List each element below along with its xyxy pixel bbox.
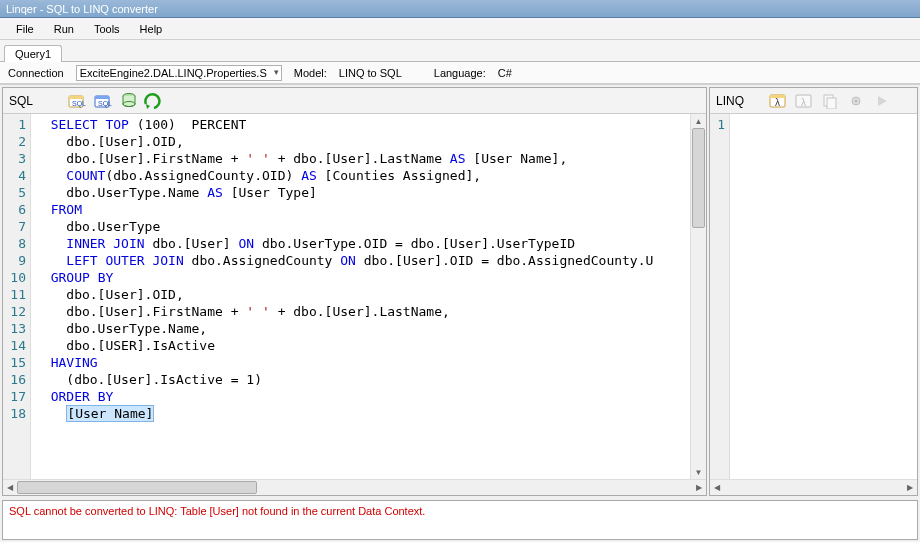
linq-pane: LINQ λ λ 1 ◀ ▶ (709, 87, 918, 496)
linq-gutter: 1 (710, 114, 730, 479)
sql-code-area[interactable]: SELECT TOP (100) PERCENT dbo.[User].OID,… (31, 114, 690, 479)
svg-rect-4 (95, 96, 109, 99)
language-value: C# (498, 67, 512, 79)
svg-text:λ: λ (801, 97, 806, 108)
model-value: LINQ to SQL (339, 67, 402, 79)
svg-text:λ: λ (775, 97, 780, 108)
database-icon[interactable] (117, 90, 141, 112)
sql-pane-label: SQL (7, 94, 35, 108)
model-label: Model: (294, 67, 327, 79)
menu-help[interactable]: Help (132, 21, 171, 37)
scroll-thumb[interactable] (692, 128, 705, 228)
run-arrow-icon[interactable] (143, 90, 167, 112)
connection-dropdown[interactable]: ExciteEngine2.DAL.LINQ.Properties.S (76, 65, 282, 81)
sql-toolbar: SQL SQL SQL (3, 88, 706, 114)
scroll-up-icon[interactable]: ▲ (691, 114, 706, 128)
sql-editor[interactable]: 123456789101112131415161718 SELECT TOP (… (3, 114, 706, 479)
svg-point-16 (855, 99, 858, 102)
linq-horizontal-scrollbar[interactable]: ◀ ▶ (710, 479, 917, 495)
sql-gutter: 123456789101112131415161718 (3, 114, 31, 479)
sql-pane: SQL SQL SQL 123456789101112131415161718 … (2, 87, 707, 496)
tab-query1[interactable]: Query1 (4, 45, 62, 62)
scroll-right-icon[interactable]: ▶ (903, 480, 917, 495)
sql-open-icon[interactable]: SQL (65, 90, 89, 112)
svg-rect-1 (69, 96, 83, 99)
svg-text:SQL: SQL (98, 100, 112, 108)
menu-tools[interactable]: Tools (86, 21, 128, 37)
lambda-save-icon[interactable]: λ (792, 90, 816, 112)
linq-code-area[interactable] (730, 114, 917, 479)
error-panel: SQL cannot be converted to LINQ: Table [… (2, 500, 918, 540)
scroll-left-icon[interactable]: ◀ (3, 480, 17, 495)
play-icon[interactable] (870, 90, 894, 112)
lambda-open-icon[interactable]: λ (766, 90, 790, 112)
menu-run[interactable]: Run (46, 21, 82, 37)
linq-toolbar: LINQ λ λ (710, 88, 917, 114)
svg-rect-14 (827, 98, 836, 109)
linq-pane-label: LINQ (714, 94, 746, 108)
scroll-down-icon[interactable]: ▼ (691, 465, 706, 479)
scroll-thumb-h[interactable] (17, 481, 257, 494)
linq-editor[interactable]: 1 (710, 114, 917, 479)
sql-horizontal-scrollbar[interactable]: ◀ ▶ (3, 479, 706, 495)
options-bar: Connection ExciteEngine2.DAL.LINQ.Proper… (0, 62, 920, 84)
sql-save-icon[interactable]: SQL (91, 90, 115, 112)
svg-text:SQL: SQL (72, 100, 86, 108)
connection-label: Connection (8, 67, 64, 79)
sql-vertical-scrollbar[interactable]: ▲ ▼ (690, 114, 706, 479)
window-titlebar: Linqer - SQL to LINQ converter (0, 0, 920, 18)
menu-file[interactable]: File (8, 21, 42, 37)
copy-icon[interactable] (818, 90, 842, 112)
language-label: Language: (434, 67, 486, 79)
scroll-right-icon[interactable]: ▶ (692, 480, 706, 495)
menubar: File Run Tools Help (0, 18, 920, 40)
tab-strip: Query1 (0, 40, 920, 62)
gear-icon[interactable] (844, 90, 868, 112)
error-message: SQL cannot be converted to LINQ: Table [… (9, 505, 911, 517)
editor-panes: SQL SQL SQL 123456789101112131415161718 … (0, 84, 920, 496)
scroll-left-icon[interactable]: ◀ (710, 480, 724, 495)
